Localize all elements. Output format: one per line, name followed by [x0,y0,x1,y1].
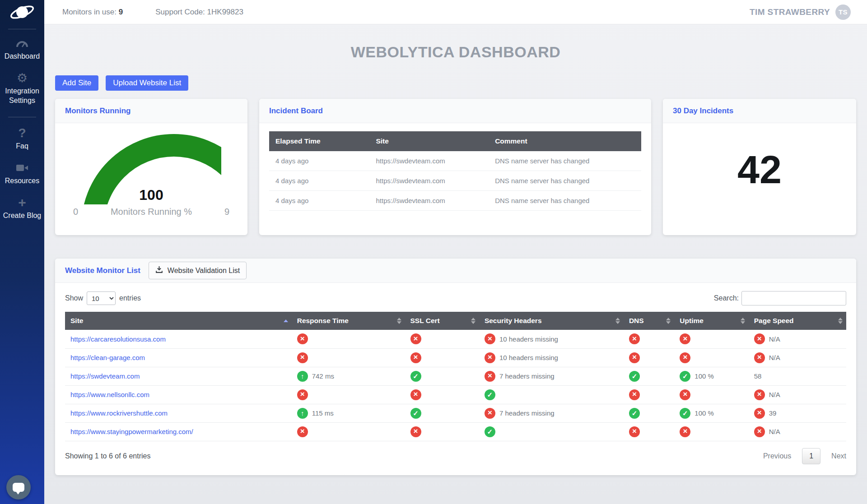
summary-cards-row: Monitors Running 100 0 Monitors Running … [55,99,856,235]
page-size-select[interactable]: 10 [87,291,116,305]
incident-board-table: Elapsed Time Site Comment 4 days ago htt… [269,131,641,211]
monitors-running-card: Monitors Running 100 0 Monitors Running … [55,99,247,235]
page-number-button[interactable]: 1 [802,448,820,464]
add-site-button[interactable]: Add Site [55,75,98,91]
column-header-site: Site [369,131,489,151]
incident-row: 4 days ago https://swdevteam.com DNS nam… [269,191,641,211]
status-icon [754,426,765,437]
monitors-in-use-value: 9 [119,8,123,16]
site-link[interactable]: https://clean-garage.com [70,354,145,361]
card-title: Monitors Running [55,99,247,123]
status-icon [485,333,495,344]
incident-board-card: Incident Board Elapsed Time Site Comment… [259,99,651,235]
status-icon [629,371,640,382]
gauge-value: 100 [81,187,221,203]
status-icon [754,352,765,363]
column-header-page-speed[interactable]: Page Speed [749,312,846,330]
sidebar-item-resources[interactable]: Resources [1,161,43,186]
incident-row: 4 days ago https://swdevteam.com DNS nam… [269,151,641,171]
chat-launcher-button[interactable] [6,475,31,499]
status-icon [754,333,765,344]
user-name: TIM STRAWBERRY [750,7,830,17]
column-header-site[interactable]: Site [65,312,292,330]
entries-summary: Showing 1 to 6 of 6 entries [65,452,150,460]
support-code-stat: Support Code: 1HK99823 [155,8,243,17]
pagination: Previous 1 Next [763,448,846,464]
topbar: Monitors in use: 9 Support Code: 1HK9982… [44,0,867,24]
search-input[interactable] [741,291,846,305]
question-icon: ? [18,126,26,140]
incident-elapsed: 4 days ago [269,171,369,191]
table-row: https://www.nellsonllc.com N/A [65,385,846,404]
user-menu[interactable]: TIM STRAWBERRY TS [750,5,851,20]
site-link[interactable]: https://carcaresolutionsusa.com [70,335,166,343]
sidebar: Dashboard ⚙ Integration Settings ? Faq R… [0,0,44,504]
status-icon [754,389,765,400]
incident-header-row: Elapsed Time Site Comment [269,131,641,151]
support-code-label: Support Code: [155,8,205,16]
table-footer: Showing 1 to 6 of 6 entries Previous 1 N… [65,441,846,464]
status-icon [410,389,421,400]
column-header-security-headers[interactable]: Security Headers [479,312,624,330]
column-header-dns[interactable]: DNS [624,312,674,330]
chat-bubble-icon [13,483,24,492]
status-icon [410,352,421,363]
status-icon [680,389,690,400]
monitor-card-header: Website Monitor List Website Validation … [55,259,856,283]
gauge-arc: 100 [81,134,221,204]
sidebar-item-integration-settings[interactable]: ⚙ Integration Settings [1,71,43,106]
incident-comment: DNS name server has changed [489,191,641,211]
website-validation-list-button[interactable]: Website Validation List [149,262,247,279]
monitors-running-gauge: 100 0 Monitors Running % 9 [55,123,247,217]
status-icon [680,426,690,437]
action-buttons: Add Site Upload Website List [55,75,856,91]
app-logo[interactable] [9,3,35,23]
status-icon [485,371,495,382]
previous-page-button[interactable]: Previous [763,452,791,460]
incident-site: https://swdevteam.com [369,171,489,191]
status-icon [410,408,421,419]
status-icon [410,426,421,437]
sidebar-item-create-blog[interactable]: + Create Blog [1,196,43,221]
incident-site: https://swdevteam.com [369,191,489,211]
column-header-response-time[interactable]: Response Time [292,312,405,330]
column-header-ssl-cert[interactable]: SSL Cert [405,312,479,330]
gauge-max: 9 [224,207,229,217]
status-icon [297,389,308,400]
video-icon [16,161,28,175]
column-header-comment: Comment [489,131,641,151]
incident-row: 4 days ago https://swdevteam.com DNS nam… [269,171,641,191]
gear-icon: ⚙ [17,71,28,85]
status-icon [485,389,495,400]
site-link[interactable]: https://www.nellsonllc.com [70,391,149,398]
entries-label: entries [119,294,141,302]
sidebar-item-faq[interactable]: ? Faq [1,126,43,151]
status-icon [297,426,308,437]
column-header-uptime[interactable]: Uptime [674,312,748,330]
incident-count-value: 42 [737,147,782,193]
status-icon [485,426,495,437]
sort-icon [741,318,745,324]
website-monitor-table: Site Response Time SSL Cert Securit [65,312,846,441]
upload-website-list-button[interactable]: Upload Website List [106,75,188,91]
sidebar-item-label: Resources [5,176,39,186]
show-label: Show [65,294,83,302]
status-icon [410,371,421,382]
status-icon [629,426,640,437]
card-title: Incident Board [259,99,651,123]
table-row: https://www.rockrivershuttle.com 115 ms … [65,404,846,422]
speedometer-icon [16,37,28,50]
table-row: https://swdevteam.com 742 ms 7 headers m… [65,367,846,385]
sidebar-item-dashboard[interactable]: Dashboard [1,37,43,61]
status-icon [680,333,690,344]
site-link[interactable]: https://swdevteam.com [70,372,140,380]
table-row: https://carcaresolutionsusa.com 10 heade… [65,330,846,348]
status-icon [629,408,640,419]
next-page-button[interactable]: Next [831,452,846,460]
sort-asc-icon [284,319,288,322]
site-link[interactable]: https://www.stayingpowermarketing.com/ [70,428,193,435]
sidebar-divider [8,29,36,29]
incident-board-table-wrap: Elapsed Time Site Comment 4 days ago htt… [259,123,651,211]
site-link[interactable]: https://www.rockrivershuttle.com [70,409,168,417]
gauge-min: 0 [73,207,78,217]
